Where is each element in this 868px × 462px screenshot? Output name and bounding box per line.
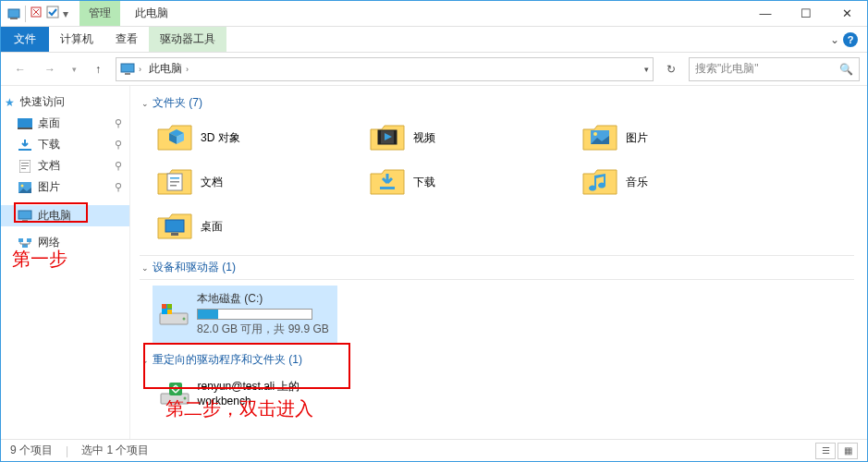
svg-rect-4 bbox=[121, 64, 134, 72]
qat-checkbox-icon[interactable] bbox=[46, 6, 59, 21]
nav-back-button[interactable]: ← bbox=[8, 57, 32, 81]
view-details-button[interactable]: ☰ bbox=[815, 443, 836, 459]
folder-icon bbox=[156, 166, 193, 198]
svg-rect-30 bbox=[165, 220, 184, 232]
svg-point-38 bbox=[183, 318, 186, 321]
svg-rect-10 bbox=[21, 163, 29, 164]
nav-bar: ← → ▾ ↑ › 此电脑 › ▾ ↻ 搜索"此电脑" 🔍 bbox=[1, 53, 867, 86]
search-placeholder: 搜索"此电脑" bbox=[695, 61, 759, 77]
quick-access-toolbar: ▾ bbox=[1, 1, 74, 26]
svg-rect-15 bbox=[18, 211, 31, 219]
title-bar: ▾ 管理 此电脑 — ☐ ✕ bbox=[1, 1, 867, 27]
folder-icon bbox=[581, 166, 618, 198]
document-icon bbox=[18, 159, 32, 174]
svg-rect-8 bbox=[18, 149, 31, 151]
drive-name: 本地磁盘 (C:) bbox=[197, 291, 329, 307]
ribbon-tab-drivetools[interactable]: 驱动器工具 bbox=[149, 27, 226, 52]
status-bar: 9 个项目 | 选中 1 个项目 ☰ ▦ bbox=[1, 439, 867, 461]
svg-rect-11 bbox=[21, 165, 29, 166]
svg-rect-3 bbox=[47, 6, 58, 18]
status-selection: 选中 1 个项目 bbox=[81, 443, 149, 458]
folder-icon bbox=[156, 122, 193, 153]
folder-icon bbox=[369, 166, 406, 198]
pc-icon bbox=[18, 209, 32, 224]
sidebar-item-documents[interactable]: 文档 bbox=[1, 155, 129, 176]
svg-rect-21 bbox=[378, 130, 381, 144]
svg-rect-7 bbox=[18, 128, 32, 129]
sidebar-item-desktop[interactable]: 桌面 bbox=[1, 113, 129, 134]
star-icon: ★ bbox=[5, 96, 15, 109]
folder-videos[interactable]: 视频 bbox=[365, 118, 541, 157]
svg-rect-18 bbox=[27, 238, 31, 242]
sidebar-quick-access[interactable]: ★ 快速访问 bbox=[1, 91, 129, 113]
svg-rect-5 bbox=[125, 73, 130, 75]
folder-music[interactable]: 音乐 bbox=[578, 163, 753, 201]
svg-rect-1 bbox=[10, 18, 18, 19]
svg-rect-22 bbox=[394, 130, 397, 144]
folder-icon bbox=[581, 122, 618, 153]
ribbon-tab-computer[interactable]: 计算机 bbox=[49, 27, 104, 52]
sidebar-item-pictures[interactable]: 图片 bbox=[1, 176, 129, 198]
drive-capacity-text: 82.0 GB 可用，共 99.9 GB bbox=[197, 322, 329, 337]
folder-desktop[interactable]: 桌面 bbox=[153, 207, 328, 246]
svg-point-14 bbox=[21, 184, 24, 187]
svg-rect-36 bbox=[162, 310, 166, 314]
svg-rect-17 bbox=[18, 238, 23, 242]
svg-rect-12 bbox=[21, 168, 26, 169]
pc-icon bbox=[120, 62, 135, 77]
folder-pictures[interactable]: 图片 bbox=[578, 118, 753, 157]
address-dropdown-icon[interactable]: ▾ bbox=[644, 65, 649, 74]
close-button[interactable]: ✕ bbox=[826, 1, 867, 26]
minimize-button[interactable]: — bbox=[745, 1, 786, 26]
group-header-devices[interactable]: ⌄设备和驱动器 (1) bbox=[140, 255, 854, 280]
help-icon[interactable]: ? bbox=[843, 32, 858, 47]
qat-dropdown-icon[interactable]: ▾ bbox=[63, 7, 68, 20]
svg-rect-28 bbox=[170, 185, 177, 187]
view-tiles-button[interactable]: ▦ bbox=[837, 443, 858, 459]
svg-rect-0 bbox=[8, 9, 19, 18]
qat-properties-icon[interactable] bbox=[30, 6, 43, 21]
content-pane: ⌄文件夹 (7) 3D 对象 视频 图片 文档 bbox=[130, 86, 867, 439]
svg-rect-27 bbox=[170, 181, 179, 183]
drive-c[interactable]: 本地磁盘 (C:) 82.0 GB 可用，共 99.9 GB bbox=[153, 286, 337, 343]
folder-downloads[interactable]: 下载 bbox=[365, 163, 541, 201]
folders-grid: 3D 对象 视频 图片 文档 下载 bbox=[140, 115, 768, 255]
nav-forward-button[interactable]: → bbox=[38, 57, 62, 81]
window-title: 此电脑 bbox=[120, 1, 183, 26]
breadcrumb-thispc[interactable]: 此电脑 › bbox=[145, 59, 192, 79]
ribbon-tab-view[interactable]: 查看 bbox=[104, 27, 149, 52]
svg-rect-37 bbox=[167, 310, 172, 314]
folder-icon bbox=[156, 211, 193, 242]
refresh-button[interactable]: ↻ bbox=[659, 57, 683, 81]
group-header-redirect[interactable]: ⌄重定向的驱动程序和文件夹 (1) bbox=[140, 348, 858, 371]
ribbon: 文件 计算机 查看 驱动器工具 ⌄ ? bbox=[1, 27, 867, 53]
folder-documents[interactable]: 文档 bbox=[153, 163, 328, 201]
svg-rect-26 bbox=[170, 177, 179, 179]
desktop-icon bbox=[18, 116, 32, 131]
file-tab[interactable]: 文件 bbox=[1, 27, 49, 52]
svg-rect-6 bbox=[18, 118, 32, 128]
svg-rect-16 bbox=[22, 220, 28, 222]
nav-recent-dropdown[interactable]: ▾ bbox=[67, 57, 80, 81]
picture-icon bbox=[18, 180, 32, 195]
svg-point-24 bbox=[593, 132, 597, 136]
maximize-button[interactable]: ☐ bbox=[786, 1, 826, 26]
search-input[interactable]: 搜索"此电脑" 🔍 bbox=[689, 57, 860, 81]
svg-rect-41 bbox=[169, 383, 182, 395]
sidebar-this-pc[interactable]: 此电脑 bbox=[1, 205, 129, 226]
group-header-folders[interactable]: ⌄文件夹 (7) bbox=[140, 91, 858, 115]
folder-3dobjects[interactable]: 3D 对象 bbox=[153, 118, 328, 157]
download-icon bbox=[18, 138, 32, 152]
ribbon-help[interactable]: ⌄ ? bbox=[821, 27, 867, 52]
folder-icon bbox=[369, 122, 406, 153]
svg-rect-29 bbox=[380, 187, 395, 189]
chevron-right-icon[interactable]: › bbox=[139, 65, 141, 74]
status-item-count: 9 个项目 bbox=[10, 443, 53, 458]
nav-up-button[interactable]: ↑ bbox=[86, 57, 110, 81]
contextual-tab-drivetools[interactable]: 管理 bbox=[79, 1, 120, 26]
search-icon: 🔍 bbox=[839, 63, 853, 76]
svg-rect-35 bbox=[167, 304, 172, 309]
address-bar[interactable]: › 此电脑 › ▾ bbox=[116, 57, 654, 81]
sidebar-item-downloads[interactable]: 下载 bbox=[1, 134, 129, 155]
nav-tree: ★ 快速访问 桌面 下载 文档 图片 此电脑 网络 第 bbox=[1, 86, 130, 439]
